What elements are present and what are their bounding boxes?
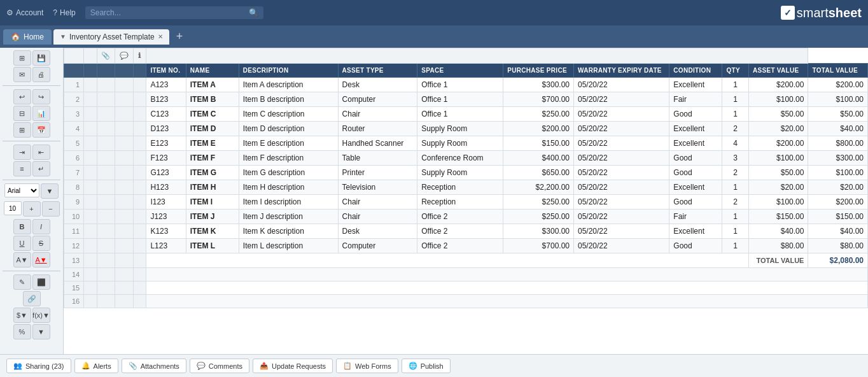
cell-warranty[interactable]: 05/20/22 <box>574 166 669 180</box>
cell-asset-value[interactable]: $50.00 <box>748 107 808 122</box>
redo-button[interactable]: ↪ <box>32 89 50 104</box>
cell-description[interactable]: Item A description <box>239 78 338 92</box>
row-expand[interactable] <box>84 107 97 122</box>
cell-description[interactable]: Item F description <box>239 151 338 166</box>
print-button[interactable]: 🖨 <box>32 67 50 82</box>
cell-qty[interactable]: 1 <box>722 107 749 122</box>
sheet-tab[interactable]: ▼ Inventory Asset Template ✕ <box>53 29 169 45</box>
fill-color-button[interactable]: A▼ <box>13 252 31 267</box>
search-input[interactable] <box>90 8 246 17</box>
cell-warranty[interactable]: 05/20/22 <box>574 151 669 166</box>
row-attachment[interactable] <box>97 78 115 92</box>
cell-price[interactable]: $150.00 <box>503 136 574 151</box>
tab-close-icon[interactable]: ✕ <box>158 33 163 40</box>
cell-item-no[interactable]: A123 <box>146 78 186 92</box>
cell-condition[interactable]: Excellent <box>669 136 722 151</box>
cell-name[interactable]: ITEM G <box>186 166 239 180</box>
row-attachment[interactable] <box>97 195 115 210</box>
cell-name[interactable]: ITEM E <box>186 136 239 151</box>
cell-condition[interactable]: Good <box>669 107 722 122</box>
font-family-select[interactable]: Arial <box>4 183 39 197</box>
table-row[interactable]: 8 H123 ITEM H Item H description Televis… <box>64 180 868 195</box>
cell-asset-type[interactable]: Table <box>338 151 417 166</box>
card-view-button[interactable]: ⊞ <box>13 122 31 138</box>
cell-condition[interactable]: Good <box>669 166 722 180</box>
cell-asset-value[interactable]: $40.00 <box>748 224 808 239</box>
row-attachment[interactable] <box>97 92 115 107</box>
cell-price[interactable]: $400.00 <box>503 151 574 166</box>
cell-item-no[interactable]: B123 <box>146 92 186 107</box>
cell-name[interactable]: ITEM K <box>186 224 239 239</box>
table-row[interactable]: 1 A123 ITEM A Item A description Desk Of… <box>64 78 868 92</box>
cell-space[interactable]: Reception <box>417 195 503 210</box>
cell-warranty[interactable]: 05/20/22 <box>574 239 669 253</box>
cell-price[interactable]: $650.00 <box>503 166 574 180</box>
indent-button[interactable]: ⇥ <box>13 145 31 160</box>
row-comment[interactable] <box>115 180 133 195</box>
email-button[interactable]: ✉ <box>13 67 31 82</box>
cell-item-no[interactable]: F123 <box>146 151 186 166</box>
row-info[interactable] <box>133 166 146 180</box>
cell-name[interactable]: ITEM A <box>186 78 239 92</box>
cell-item-no[interactable]: D123 <box>146 122 186 136</box>
cell-item-no[interactable]: L123 <box>146 239 186 253</box>
cell-space[interactable]: Office 1 <box>417 78 503 92</box>
cell-name[interactable]: ITEM C <box>186 107 239 122</box>
cell-warranty[interactable]: 05/20/22 <box>574 92 669 107</box>
table-row[interactable]: 12 L123 ITEM L Item L description Comput… <box>64 239 868 253</box>
row-expand[interactable] <box>84 92 97 107</box>
cell-asset-value[interactable]: $200.00 <box>748 136 808 151</box>
row-info[interactable] <box>133 136 146 151</box>
publish-button[interactable]: 🌐 Publish <box>402 359 451 373</box>
cell-total-value[interactable]: $50.00 <box>808 107 868 122</box>
help-menu[interactable]: ? Help <box>53 8 75 17</box>
cell-name[interactable]: ITEM F <box>186 151 239 166</box>
search-icon[interactable]: 🔍 <box>249 8 258 17</box>
cell-item-no[interactable]: I123 <box>146 195 186 210</box>
font-size-inc[interactable]: + <box>23 201 41 217</box>
cell-space[interactable]: Supply Room <box>417 122 503 136</box>
cell-total-value[interactable]: $40.00 <box>808 122 868 136</box>
cell-qty[interactable]: 3 <box>722 151 749 166</box>
cell-price[interactable]: $250.00 <box>503 195 574 210</box>
cell-qty[interactable]: 1 <box>722 78 749 92</box>
cell-price[interactable]: $700.00 <box>503 239 574 253</box>
cell-asset-type[interactable]: Computer <box>338 92 417 107</box>
cell-qty[interactable]: 2 <box>722 195 749 210</box>
currency-button[interactable]: $▼ <box>13 308 31 323</box>
cell-total-value[interactable]: $800.00 <box>808 136 868 151</box>
underline-button[interactable]: U <box>13 236 31 251</box>
row-expand[interactable] <box>84 122 97 136</box>
row-attachment[interactable] <box>97 107 115 122</box>
cell-total-value[interactable]: $80.00 <box>808 239 868 253</box>
calendar-button[interactable]: 📅 <box>32 122 50 138</box>
font-size-dec[interactable]: − <box>42 201 60 217</box>
row-comment[interactable] <box>115 136 133 151</box>
alerts-button[interactable]: 🔔 Alerts <box>74 359 118 373</box>
cell-space[interactable]: Office 2 <box>417 210 503 224</box>
row-comment[interactable] <box>115 239 133 253</box>
col-header-qty[interactable]: QTY <box>722 64 749 78</box>
cell-asset-value[interactable]: $100.00 <box>748 92 808 107</box>
cell-warranty[interactable]: 05/20/22 <box>574 210 669 224</box>
format-button[interactable]: ⬛ <box>32 274 50 290</box>
cell-item-no[interactable]: E123 <box>146 136 186 151</box>
row-expand[interactable] <box>84 166 97 180</box>
col-header-space[interactable]: SPACE <box>417 64 503 78</box>
bold-button[interactable]: B <box>13 219 31 234</box>
row-attachment[interactable] <box>97 224 115 239</box>
cell-qty[interactable]: 4 <box>722 136 749 151</box>
cell-price[interactable]: $250.00 <box>503 107 574 122</box>
cell-qty[interactable]: 1 <box>722 180 749 195</box>
home-tab[interactable]: 🏠 Home <box>3 29 52 45</box>
table-row[interactable]: 9 I123 ITEM I Item I description Chair R… <box>64 195 868 210</box>
cell-price[interactable]: $2,200.00 <box>503 180 574 195</box>
cell-price[interactable]: $200.00 <box>503 122 574 136</box>
row-expand[interactable] <box>84 136 97 151</box>
undo-button[interactable]: ↩ <box>13 89 31 104</box>
col-header-warranty[interactable]: WARRANTY EXPIRY DATE <box>574 64 669 78</box>
cell-warranty[interactable]: 05/20/22 <box>574 78 669 92</box>
cell-asset-type[interactable]: Desk <box>338 78 417 92</box>
comments-button[interactable]: 💬 Comments <box>190 359 249 373</box>
cell-warranty[interactable]: 05/20/22 <box>574 180 669 195</box>
